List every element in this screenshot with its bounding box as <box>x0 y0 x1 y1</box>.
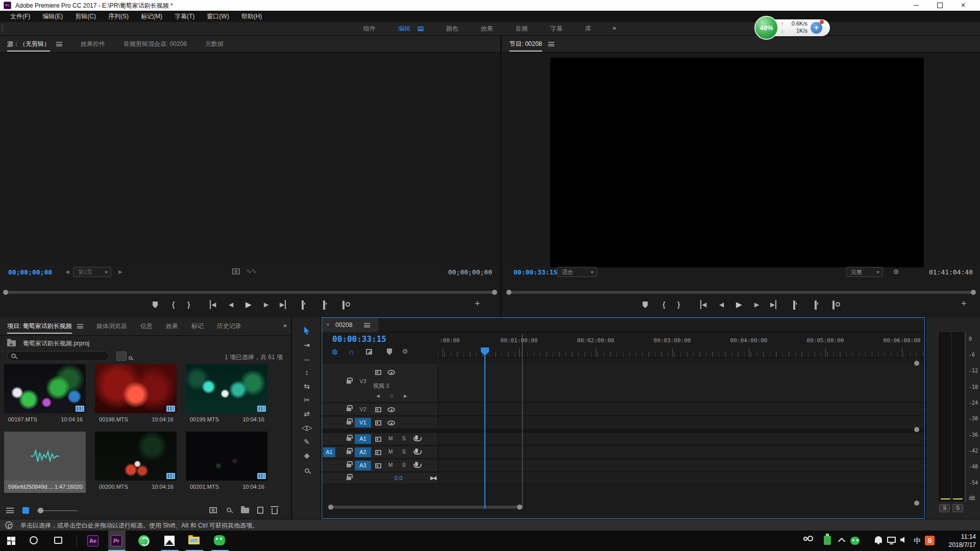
button-editor-icon[interactable]: + <box>961 299 967 308</box>
settings-wrench-icon[interactable]: ⚙ <box>893 269 900 275</box>
track-v3[interactable]: V3 视频 3 ◀ ◇ ▶ <box>322 364 924 403</box>
go-to-out-icon[interactable]: ▶ <box>770 300 776 309</box>
track-lock-icon[interactable] <box>347 380 351 384</box>
track-select-tool[interactable]: ⇥ <box>292 341 322 349</box>
clip-item-selected[interactable]: 596efd250849d....1:47:16020 <box>4 432 86 493</box>
workspace-tab-audio[interactable]: 音频 <box>516 24 528 33</box>
menu-help[interactable]: 帮助(H) <box>235 12 268 21</box>
snap-magnet-icon[interactable]: ∩ <box>349 347 354 356</box>
memory-usage-ball[interactable]: 48% <box>754 16 778 40</box>
clip-name[interactable]: 00200.MTS <box>99 481 128 493</box>
clip-name[interactable]: 00199.MTS <box>190 413 219 425</box>
video-scroll-handle[interactable] <box>914 361 919 366</box>
play-button-icon[interactable]: ▶ <box>736 300 742 309</box>
track-lock-icon[interactable] <box>347 437 351 441</box>
mark-out-icon[interactable]: } <box>187 300 190 309</box>
tray-network-button[interactable] <box>887 531 898 551</box>
zoom-tool[interactable] <box>292 466 322 474</box>
list-view-icon[interactable] <box>6 508 14 513</box>
sync-lock-icon[interactable] <box>375 450 381 455</box>
track-scroll-handle[interactable] <box>914 427 919 432</box>
tab-program[interactable]: 节目: 00208 <box>509 40 542 52</box>
step-back-icon[interactable]: ◀ <box>229 300 233 309</box>
track-target-v2[interactable]: V2 <box>355 406 371 412</box>
extract-icon[interactable] <box>815 300 817 310</box>
hand-tool[interactable]: ❖ <box>292 452 322 460</box>
close-button[interactable] <box>951 0 975 11</box>
search-input[interactable] <box>7 351 109 361</box>
timeline-panel-menu-icon[interactable] <box>364 323 370 328</box>
icon-view-icon[interactable] <box>22 507 29 514</box>
clip-thumbnail[interactable] <box>95 432 177 481</box>
playhead-line[interactable] <box>484 355 485 509</box>
solo-track-button[interactable]: S <box>402 436 406 441</box>
menu-markers[interactable]: 标记(M) <box>135 12 168 21</box>
mark-in-icon[interactable]: { <box>172 300 175 309</box>
after-effects-button[interactable]: Ae <box>85 531 102 551</box>
tab-history[interactable]: 历史记录 <box>217 322 241 331</box>
tray-volume-button[interactable] <box>900 531 912 551</box>
mute-track-button[interactable]: M <box>388 436 393 441</box>
track-target-v1[interactable]: V1 <box>355 418 371 428</box>
timeline-zoom-scrollbar[interactable] <box>328 505 522 510</box>
insert-icon[interactable] <box>302 300 304 310</box>
drag-audio-only-icon[interactable]: ∿∿ <box>246 267 256 275</box>
source-current-timecode[interactable]: 00;00;00;00 <box>8 268 52 276</box>
button-editor-icon[interactable]: + <box>475 299 480 308</box>
overwrite-icon[interactable] <box>323 300 325 310</box>
timeline-sequence-tab[interactable]: × 00208 <box>322 318 378 332</box>
solo-track-button[interactable]: S <box>402 462 406 468</box>
add-marker-icon[interactable] <box>643 302 648 308</box>
slide-tool[interactable]: ◁▷ <box>292 423 322 432</box>
sync-lock-icon[interactable] <box>375 420 381 425</box>
track-name-label[interactable]: 视频 3 <box>373 382 389 390</box>
photos-button[interactable] <box>161 531 179 551</box>
go-to-in-icon[interactable]: ◀ <box>700 300 706 309</box>
mute-track-button[interactable]: M <box>388 449 393 455</box>
tray-wechat-button[interactable] <box>850 531 863 551</box>
track-lock-icon[interactable] <box>347 421 351 424</box>
track-a2[interactable]: A1 A2 M S <box>322 446 924 459</box>
timeline-ruler[interactable]: :00:00 00:01:00:00 00:02:00:00 00:03:00:… <box>438 332 924 358</box>
solo-left-button[interactable]: S <box>939 504 950 512</box>
track-master[interactable]: 0.0 ▶◀ <box>322 473 924 484</box>
start-button[interactable] <box>3 531 21 551</box>
clip-name[interactable]: 00198.MTS <box>99 413 128 425</box>
track-target-v3[interactable]: V3 <box>355 378 371 384</box>
next-page-icon[interactable]: ▶ <box>118 269 122 274</box>
export-frame-icon[interactable] <box>832 300 835 310</box>
browser-button[interactable] <box>136 531 153 551</box>
source-zoom-scrollbar[interactable] <box>3 290 497 295</box>
menu-window[interactable]: 窗口(W) <box>201 12 235 21</box>
clip-name[interactable]: 596efd250849d.... <box>8 481 54 493</box>
prev-page-icon[interactable]: ◀ <box>65 269 69 274</box>
mark-out-icon[interactable]: } <box>677 300 680 309</box>
automate-to-sequence-icon[interactable] <box>209 507 217 513</box>
program-zoom-scrollbar[interactable] <box>506 290 976 295</box>
razor-tool[interactable]: ✂ <box>292 396 322 404</box>
toggle-track-output-icon[interactable] <box>387 420 395 425</box>
ripple-edit-tool[interactable]: ↔ <box>292 355 322 363</box>
track-target-a1[interactable]: A1 <box>355 434 371 444</box>
page-selector-dropdown[interactable]: 第1页 <box>74 267 111 277</box>
menu-clip[interactable]: 剪辑(C) <box>69 12 102 21</box>
lift-icon[interactable] <box>793 300 795 310</box>
tab-audio-clip-mixer[interactable]: 音频剪辑混合器: 00208 <box>124 40 187 48</box>
playback-resolution-dropdown[interactable]: 完整 <box>846 267 883 277</box>
step-forward-icon[interactable]: ▶ <box>264 300 268 309</box>
mark-in-icon[interactable]: { <box>663 300 665 309</box>
timeline-current-timecode[interactable]: 00:00:33:15 <box>332 334 386 344</box>
tray-people-button[interactable] <box>802 531 815 551</box>
clip-item[interactable]: 00201.MTS10:04:16 <box>186 432 267 493</box>
track-v2[interactable]: V2 <box>322 404 924 416</box>
linked-selection-icon[interactable] <box>366 349 372 355</box>
task-view-button[interactable] <box>51 531 67 551</box>
nest-sequences-icon[interactable]: ✲ <box>331 347 338 357</box>
sync-lock-icon[interactable] <box>375 463 381 468</box>
rolling-edit-tool[interactable]: ↕ <box>292 368 322 377</box>
project-tabs-overflow-chevron[interactable]: » <box>283 321 287 329</box>
rate-stretch-tool[interactable]: ⇆ <box>292 382 322 390</box>
drag-video-only-icon[interactable] <box>232 268 240 274</box>
clip-name[interactable]: 00201.MTS <box>190 481 219 493</box>
search-bin-icon[interactable] <box>116 352 127 361</box>
